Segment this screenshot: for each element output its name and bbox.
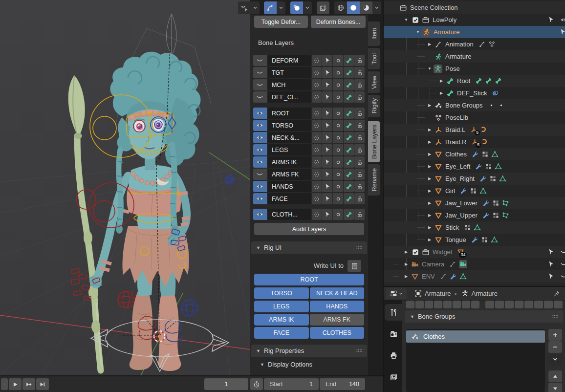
hide-viewport-toggle[interactable] [558,258,565,270]
layer-lock-open-toggle[interactable] [354,209,365,220]
disclosure-right-icon[interactable]: ▶ [426,152,434,156]
collection-checkbox-icon[interactable] [412,17,419,23]
layer-lock-open-toggle[interactable] [354,120,365,131]
xray-toggle-button[interactable] [317,1,329,14]
layer-ghost-toggle[interactable] [312,91,322,103]
layer-name-field[interactable]: DEF_Cl... [268,91,311,103]
bone-group-row-clothes[interactable]: Clothes [406,330,545,343]
layer-pointer-toggle[interactable] [322,169,332,180]
jump-end-button[interactable] [36,378,49,390]
rig-layer-button-hands[interactable]: HANDS [310,301,365,312]
layer-pointer-toggle[interactable] [322,181,332,192]
layer-bone-toggle[interactable] [344,55,354,66]
layer-visibility-toggle[interactable] [253,181,267,192]
layer-pointer-toggle[interactable] [322,156,332,168]
layer-lock-open-toggle[interactable] [354,181,365,192]
move-up-button[interactable] [548,370,562,382]
layer-circle-toggle[interactable] [333,120,343,131]
layer-circle-toggle[interactable] [333,169,343,180]
layer-lock-open-toggle[interactable] [354,156,365,168]
outliner-item-eye-right[interactable]: ▶Eye_Right [384,173,565,185]
bone-groups-panel-header[interactable]: ▼ Bone Groups [405,310,563,323]
disclosure-right-icon[interactable]: ▶ [402,274,410,279]
rig-layer-button-legs[interactable]: LEGS [254,301,309,312]
outliner-item-jaw-upper[interactable]: ▶Jaw_Upper [384,209,565,221]
outliner-item-scene-collection[interactable]: Scene Collection [384,1,565,14]
layer-bone-toggle[interactable] [344,67,354,78]
outliner-item-tongue[interactable]: ▶Tongue [384,234,565,246]
write-ui-target-button[interactable] [348,260,361,272]
layer-lock-open-toggle[interactable] [354,91,365,103]
layer-circle-toggle[interactable] [333,181,343,192]
layer-bone-toggle[interactable] [344,156,354,168]
select-visibility-button[interactable] [238,1,251,14]
next-keyframe-button[interactable] [22,378,35,390]
rig-layer-button-root[interactable]: ROOT [254,274,364,285]
outliner-item-braid-r[interactable]: ▶Braid.R5 [384,136,565,148]
current-frame-field[interactable]: 1 [204,378,248,390]
layer-pointer-toggle[interactable] [322,144,332,155]
layer-ghost-toggle[interactable] [312,55,322,66]
layer-ghost-toggle[interactable] [312,169,322,180]
layer-circle-toggle[interactable] [333,193,343,204]
hide-viewport-toggle[interactable] [558,14,565,26]
layer-circle-toggle[interactable] [333,132,343,143]
layer-bone-toggle[interactable] [344,144,354,155]
operator-button-1[interactable]: Toggle Defor... [254,16,308,28]
layer-circle-toggle[interactable] [333,79,343,90]
layer-bone-toggle[interactable] [344,193,354,204]
rig-layer-button-clothes[interactable]: CLOTHES [310,327,365,339]
layer-ghost-toggle[interactable] [312,156,322,168]
disclosure-down-icon[interactable]: ▼ [414,30,422,34]
selectable-toggle[interactable] [557,26,565,38]
chevron-down-button[interactable] [372,1,381,14]
layer-ghost-toggle[interactable] [312,144,322,155]
layer-name-field[interactable]: MCH [268,79,311,90]
outliner-item-widget[interactable]: ▶Widget34 [384,246,565,258]
layer-ghost-toggle[interactable] [312,193,322,204]
drag-handle-icon[interactable] [356,244,363,251]
disclosure-right-icon[interactable]: ▶ [426,225,434,230]
layer-name-field[interactable]: HANDS [268,181,311,192]
viewlayer-tab-tab[interactable] [385,369,402,385]
layer-name-field[interactable]: NECK &... [268,132,311,143]
drag-handle-icon[interactable] [356,347,363,354]
layer-name-field[interactable]: ARMS IK [268,156,311,168]
disclosure-right-icon[interactable]: ▶ [426,164,434,169]
play-button[interactable] [9,378,22,390]
rig-layer-button-arms-fk[interactable]: ARMS FK [310,314,365,326]
rig-ui-panel-header[interactable]: ▼ Rig UI [251,241,367,254]
render-tab-tab[interactable] [385,326,402,342]
tab-tool[interactable]: Tool [368,48,380,69]
tab-rigify[interactable]: Rigify [368,95,380,117]
breadcrumb-object[interactable]: Armature [425,290,451,297]
tab-item[interactable]: Item [368,22,380,46]
layer-name-field[interactable]: ARMS FK [268,169,311,180]
selectable-toggle[interactable] [545,14,556,26]
layer-visibility-toggle[interactable] [253,169,267,180]
outliner-item-root[interactable]: ▶Root [384,75,565,87]
layer-bone-toggle[interactable] [344,108,354,119]
hide-viewport-toggle[interactable] [558,270,565,283]
jump-start-button[interactable] [1,378,8,390]
disclosure-right-icon[interactable]: ▶ [402,250,410,254]
outliner-item-camera[interactable]: ▶Camera [384,258,565,270]
outliner-item-pose[interactable]: ▼Pose [384,63,565,75]
shading-solid-button[interactable] [347,1,360,14]
hide-viewport-toggle[interactable] [558,246,565,258]
layer-lock-open-toggle[interactable] [354,108,365,119]
snapping-button[interactable] [264,1,277,14]
layer-lock-open-toggle[interactable] [354,193,365,204]
editor-type-button[interactable] [386,288,407,299]
layer-visibility-toggle[interactable] [253,79,267,90]
disclosure-right-icon[interactable]: ▶ [426,189,434,193]
disclosure-right-icon[interactable]: ▶ [426,103,434,108]
outliner-item-clothes[interactable]: ▶Clothes [384,148,565,160]
viewport-3d[interactable] [0,0,250,375]
selectable-toggle[interactable] [545,246,556,258]
layer-ghost-toggle[interactable] [312,120,322,131]
layer-ghost-toggle[interactable] [312,108,322,119]
layer-ghost-toggle[interactable] [312,181,322,192]
rig-layer-button-face[interactable]: FACE [254,327,309,339]
display-options-subpanel[interactable]: ▼ Display Options [260,361,312,368]
